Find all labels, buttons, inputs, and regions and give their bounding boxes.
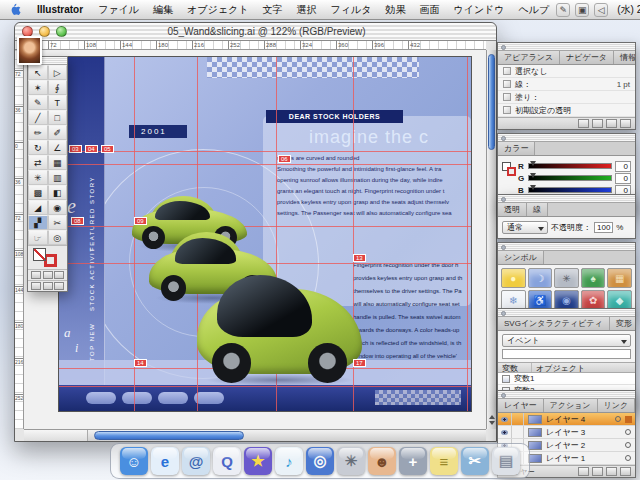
symbol-wave[interactable]: ◆: [607, 290, 632, 310]
line-tool[interactable]: ╱: [28, 110, 48, 125]
new-art-maintains-appearance-button[interactable]: [578, 119, 589, 128]
vertical-ruler[interactable]: 723603672108144180216252288: [15, 50, 24, 429]
symbol-basket[interactable]: ▦: [607, 268, 632, 288]
palette-close-button[interactable]: [501, 393, 506, 398]
palette-tab[interactable]: カラー: [498, 142, 535, 155]
rectangle-tool[interactable]: □: [48, 110, 68, 125]
type-tool[interactable]: T: [48, 95, 68, 110]
stroke-mini-swatch[interactable]: [507, 167, 516, 176]
scroll-down-icon[interactable]: [489, 421, 495, 425]
slice-number-label[interactable]: 03: [69, 145, 82, 153]
palette-close-button[interactable]: [501, 45, 506, 50]
layer-name[interactable]: レイヤー 1: [546, 453, 625, 464]
photo-file-icon[interactable]: [17, 36, 42, 65]
palette-titlebar[interactable]: [498, 43, 635, 51]
slice-guide-line[interactable]: [467, 57, 468, 411]
zoom-button[interactable]: [56, 26, 67, 37]
palette-tab[interactable]: 線: [527, 203, 548, 216]
delete-item-button[interactable]: [620, 119, 631, 128]
symbol-flower[interactable]: ✿: [581, 290, 606, 310]
magic-wand-tool[interactable]: ✶: [28, 80, 48, 95]
menu-item[interactable]: 画面: [412, 0, 446, 20]
body-paragraph-1[interactable]: s lines are curved and roundedSmoothing …: [277, 153, 469, 219]
paintbrush-tool[interactable]: ✏: [28, 125, 48, 140]
pen-icon[interactable]: ✎: [556, 3, 570, 17]
window-titlebar[interactable]: 05_Wand&slicing.ai @ 122% (RGB/Preview): [15, 23, 496, 41]
gradient-tool[interactable]: ◧: [48, 185, 68, 200]
fill-swatch[interactable]: [33, 248, 46, 261]
lock-toggle-cell[interactable]: [512, 426, 524, 438]
scale-tool[interactable]: ∠: [48, 140, 68, 155]
grab[interactable]: ✂: [461, 447, 489, 475]
symbol-gear[interactable]: ✳: [554, 268, 579, 288]
palette-tab[interactable]: シンボル: [498, 251, 544, 264]
free-transform-tool[interactable]: ▦: [48, 155, 68, 170]
layer-target-icon[interactable]: [625, 455, 631, 461]
palette-tab[interactable]: レイヤー: [498, 399, 544, 412]
slider-knob-icon[interactable]: [530, 161, 536, 166]
car-artwork-large[interactable]: [197, 271, 362, 383]
standard-screen-button[interactable]: [31, 282, 41, 290]
appearance-row[interactable]: 初期設定の透明: [498, 104, 635, 117]
clear-appearance-button[interactable]: [592, 119, 603, 128]
slice-number-label[interactable]: 04: [85, 145, 98, 153]
palette-titlebar[interactable]: [498, 391, 635, 399]
artwork-design[interactable]: FEATURED STORYSTOCK ACTIVITTOP NEW eai 2…: [59, 57, 471, 411]
quicktime-player[interactable]: Q: [213, 447, 241, 475]
palette-tab[interactable]: リンク: [598, 399, 636, 412]
sherlock[interactable]: ◎: [306, 447, 334, 475]
nav-pill-button[interactable]: [158, 392, 188, 404]
menu-item[interactable]: 文字: [255, 0, 289, 20]
full-screen-menubar-button[interactable]: [43, 282, 53, 290]
vertical-scroll-thumb[interactable]: [488, 54, 495, 150]
layer-name[interactable]: レイヤー 4: [546, 414, 615, 425]
symbol-moon[interactable]: ☽: [528, 268, 553, 288]
channel-value-field[interactable]: 0: [615, 173, 631, 184]
scissors-tool[interactable]: ✂: [48, 215, 68, 230]
layer-target-icon[interactable]: [625, 442, 631, 448]
mesh-tool[interactable]: ▩: [28, 185, 48, 200]
make-clipping-mask-button[interactable]: [578, 467, 589, 476]
graph-tool[interactable]: ▥: [48, 170, 68, 185]
finder[interactable]: ☺: [120, 447, 148, 475]
menu-item[interactable]: ファイル: [91, 0, 146, 20]
nav-pill-button[interactable]: [194, 392, 224, 404]
none-button[interactable]: [54, 271, 64, 279]
visibility-eye-icon[interactable]: [498, 426, 512, 438]
menu-clock[interactable]: (水) 20:06: [613, 3, 640, 17]
channel-slider[interactable]: [528, 175, 612, 181]
menu-item[interactable]: 選択: [289, 0, 323, 20]
variable-row[interactable]: 変数1: [498, 373, 635, 385]
symbol-sprayer-tool[interactable]: ✳: [28, 170, 48, 185]
visibility-eye-icon[interactable]: [498, 413, 512, 425]
nav-pill-button[interactable]: [86, 392, 116, 404]
slider-knob-icon[interactable]: [530, 185, 536, 190]
menu-item[interactable]: 編集: [146, 0, 180, 20]
event-dropdown[interactable]: イベント: [502, 334, 631, 347]
slice-number-label[interactable]: 08: [71, 217, 84, 225]
calculator[interactable]: +: [399, 447, 427, 475]
slice-number-label[interactable]: 06: [278, 155, 291, 163]
trash[interactable]: ▤: [492, 447, 520, 475]
slice-guide-line[interactable]: [59, 386, 471, 387]
layer-target-icon[interactable]: [625, 429, 631, 435]
symbol-tree[interactable]: ♠: [581, 268, 606, 288]
layer-name[interactable]: レイヤー 3: [546, 427, 625, 438]
slice-guide-line[interactable]: [59, 226, 471, 227]
menu-item[interactable]: フィルタ: [323, 0, 378, 20]
symbol-globe[interactable]: ◉: [554, 290, 579, 310]
apple-menu-icon[interactable]: [9, 3, 22, 17]
zoom-tool[interactable]: ◎: [48, 230, 68, 245]
slice-guide-line[interactable]: [59, 151, 471, 152]
slice-number-label[interactable]: 17: [353, 359, 366, 367]
palette-tab[interactable]: 情報: [614, 51, 635, 64]
volume-icon[interactable]: ◁: [594, 3, 608, 17]
mail[interactable]: @: [182, 447, 210, 475]
photos[interactable]: ☻: [368, 447, 396, 475]
layer-row[interactable]: レイヤー 4: [498, 413, 635, 426]
direct-selection-tool[interactable]: ▷: [48, 65, 68, 80]
hand-tool[interactable]: ☞: [28, 230, 48, 245]
palette-close-button[interactable]: [501, 245, 506, 250]
slice-number-label[interactable]: 09: [134, 217, 147, 225]
internet-explorer[interactable]: e: [151, 447, 179, 475]
